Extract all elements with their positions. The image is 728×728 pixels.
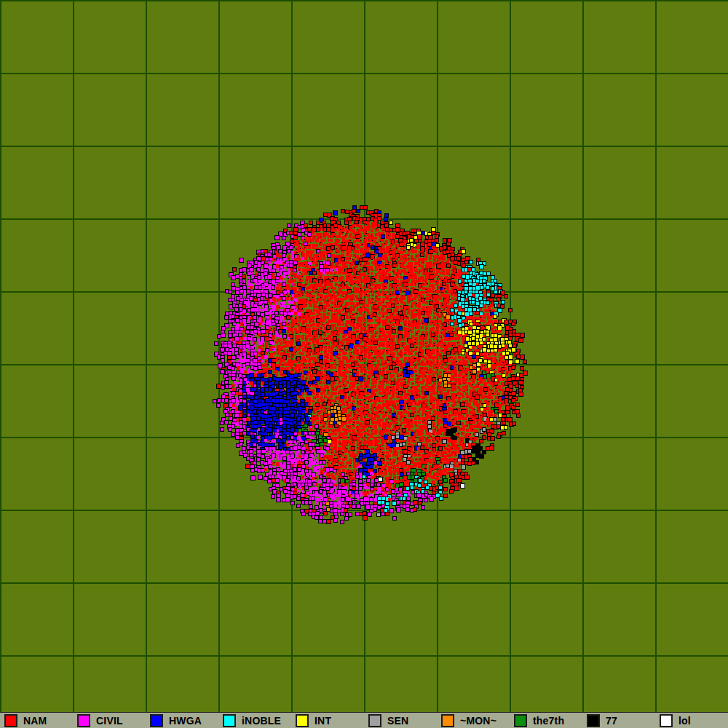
tribe-color-swatch (660, 714, 673, 727)
tribe-name-label: CIVIL (96, 715, 123, 727)
legend-item[interactable]: SEN (368, 713, 408, 728)
legend-item[interactable]: lol (660, 713, 691, 728)
tribe-color-swatch (514, 714, 527, 727)
legend-item[interactable]: 77 (587, 713, 617, 728)
tribe-color-swatch (368, 714, 381, 727)
tribe-color-swatch (150, 714, 163, 727)
legend-item[interactable]: CIVIL (77, 713, 123, 728)
legend-item[interactable]: iNOBLE (223, 713, 281, 728)
tribe-name-label: the7th (533, 715, 564, 727)
tribe-name-label: 77 (606, 715, 617, 727)
legend-item[interactable]: INT (296, 713, 331, 728)
legend-bar: NAM CIVIL HWGA iNOBLE INT (0, 712, 728, 728)
tribe-color-swatch (587, 714, 600, 727)
tribe-name-label: NAM (23, 715, 47, 727)
tribe-name-label: iNOBLE (242, 715, 281, 727)
tribe-name-label: lol (678, 715, 691, 727)
legend-item[interactable]: the7th (514, 713, 564, 728)
legend-item[interactable]: ~MON~ (441, 713, 496, 728)
tribe-color-swatch (4, 714, 17, 727)
game-map-screen: NAM CIVIL HWGA iNOBLE INT (0, 0, 728, 728)
world-map-canvas[interactable] (0, 0, 728, 728)
tribe-name-label: SEN (387, 715, 408, 727)
tribe-name-label: INT (314, 715, 331, 727)
legend-item[interactable]: NAM (4, 713, 47, 728)
tribe-name-label: HWGA (169, 715, 202, 727)
tribe-color-swatch (223, 714, 236, 727)
tribe-color-swatch (296, 714, 309, 727)
tribe-color-swatch (441, 714, 454, 727)
tribe-name-label: ~MON~ (460, 715, 496, 727)
tribe-color-swatch (77, 714, 90, 727)
legend-item[interactable]: HWGA (150, 713, 202, 728)
